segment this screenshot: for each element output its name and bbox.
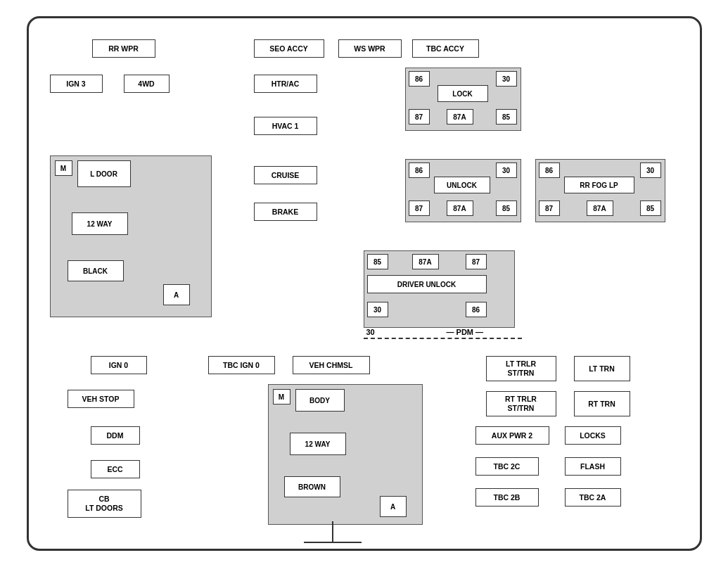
rr-fog-relay-87: 87 [539, 200, 560, 216]
rr-fog-relay-rr-fog-lp: RR FOG LP [564, 177, 634, 193]
unlock-relay-30: 30 [496, 163, 517, 178]
driver-unlock-relay-86: 86 [466, 302, 487, 317]
hvac1: HVAC 1 [254, 117, 317, 135]
unlock-relay-87: 87 [409, 200, 430, 216]
rr-fog-relay-86: 86 [539, 163, 560, 178]
seo-accy: SEO ACCY [254, 39, 324, 58]
body-module-m: M [273, 389, 290, 404]
rt-trn: RT TRN [574, 391, 630, 416]
pdm-label: — PDM — [447, 328, 484, 336]
unlock-relay-unlock: UNLOCK [434, 177, 490, 193]
cb-lt-doors: CB LT DOORS [68, 490, 141, 518]
body-module: MBODY12 WAYBROWNA [268, 384, 423, 525]
tbc-ign0: TBC IGN 0 [208, 356, 275, 374]
driver-unlock-relay-driver-unlock: DRIVER UNLOCK [367, 275, 487, 293]
lock-relay: 8630LOCK8787A85 [405, 68, 521, 131]
lock-relay-30: 30 [496, 71, 517, 87]
ign0: IGN 0 [91, 356, 147, 374]
rr-fog-relay-85: 85 [640, 200, 661, 216]
driver-unlock-relay: 8587A87DRIVER UNLOCK3086 [364, 250, 515, 328]
pdm-30-label: 30 [366, 328, 375, 336]
unlock-relay-87a: 87A [447, 200, 473, 216]
l-door-module-m: M [55, 160, 72, 176]
rr-fog-relay-30: 30 [640, 163, 661, 178]
unlock-relay-86: 86 [409, 163, 430, 178]
l-door-module-12-way: 12 WAY [72, 212, 128, 235]
flash: FLASH [565, 457, 621, 476]
ws-wpr: WS WPR [338, 39, 402, 58]
unlock-relay: 8630UNLOCK8787A85 [405, 159, 521, 222]
unlock-relay-85: 85 [496, 200, 517, 216]
l-door-module-a: A [163, 284, 190, 305]
l-door-module-black: BLACK [68, 260, 124, 281]
ign3: IGN 3 [50, 75, 103, 93]
driver-unlock-relay-87a: 87A [412, 254, 439, 269]
driver-unlock-relay-87: 87 [466, 254, 487, 269]
rr-fog-relay: 8630RR FOG LP8787A85 [535, 159, 665, 222]
l-door-module-l-door: L DOOR [77, 160, 131, 187]
body-module-a: A [380, 496, 407, 517]
tbc-2b: TBC 2B [475, 488, 539, 507]
4wd: 4WD [124, 75, 170, 93]
rr-wpr: RR WPR [92, 39, 155, 58]
tbc-accy: TBC ACCY [412, 39, 479, 58]
driver-unlock-relay-85: 85 [367, 254, 388, 269]
fuse-diagram: RR WPRSEO ACCYWS WPRTBC ACCYIGN 34WDHTR/… [27, 16, 702, 551]
body-module-body: BODY [295, 389, 345, 412]
locks: LOCKS [565, 426, 621, 445]
htr-ac: HTR/AC [254, 75, 317, 93]
rr-fog-relay-87a: 87A [587, 200, 613, 216]
brake: BRAKE [254, 203, 317, 221]
driver-unlock-relay-30: 30 [367, 302, 388, 317]
tbc-2c: TBC 2C [475, 457, 539, 476]
lock-relay-87: 87 [409, 109, 430, 125]
body-module-12-way: 12 WAY [290, 433, 346, 455]
lock-relay-87a: 87A [447, 109, 473, 125]
cruise: CRUISE [254, 166, 317, 184]
l-door-module: ML DOOR12 WAYBLACKA [50, 155, 212, 317]
lock-relay-86: 86 [409, 71, 430, 87]
veh-chmsl: VEH CHMSL [293, 356, 370, 374]
pdm-line [364, 338, 522, 339]
lt-trlr-st-trn: LT TRLR ST/TRN [486, 356, 556, 381]
aux-pwr2: AUX PWR 2 [475, 426, 549, 445]
ecc: ECC [91, 460, 140, 478]
lock-relay-85: 85 [496, 109, 517, 125]
veh-stop: VEH STOP [68, 390, 134, 408]
ddm: DDM [91, 426, 140, 445]
lock-relay-lock: LOCK [438, 85, 488, 102]
tbc-2a: TBC 2A [565, 488, 621, 507]
body-module-brown: BROWN [284, 476, 340, 497]
lt-trn: LT TRN [574, 356, 630, 381]
rt-trlr-st-trn: RT TRLR ST/TRN [486, 391, 556, 416]
